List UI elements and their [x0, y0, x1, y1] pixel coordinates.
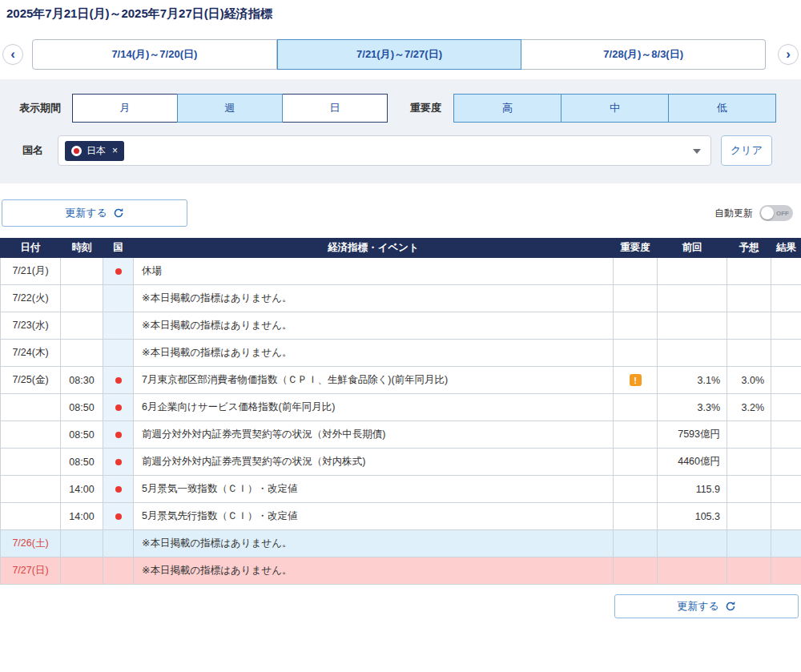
week-tab-current-week[interactable]: 7/21(月)～7/27(日)	[277, 39, 522, 70]
country-cell	[103, 530, 134, 557]
time-cell: 08:50	[61, 449, 103, 476]
event-cell: 6月企業向けサービス価格指数(前年同月比)	[134, 394, 614, 421]
column-header: 重要度	[614, 239, 658, 258]
refresh-icon	[113, 207, 124, 219]
table-row: 14:005月景気先行指数（ＣＩ）・改定値105.3	[1, 503, 801, 530]
forecast-cell	[727, 503, 771, 530]
refresh-button-top[interactable]: 更新する	[2, 199, 187, 227]
time-cell	[61, 557, 103, 585]
country-cell	[103, 449, 134, 476]
country-cell	[103, 285, 134, 312]
filter-row-period-importance: 表示期間 月週日 重要度 高中低	[8, 94, 793, 123]
week-navigation: ‹ 7/14(月)～7/20(日)7/21(月)～7/27(日)7/28(月)～…	[0, 39, 801, 70]
date-cell	[1, 503, 61, 530]
japan-flag-dot	[115, 377, 122, 384]
refresh-button-bottom[interactable]: 更新する	[614, 594, 799, 618]
table-row: 08:506月企業向けサービス価格指数(前年同月比)3.3%3.2%	[1, 394, 801, 421]
table-row: 08:50前週分対外対内証券売買契約等の状況（対外中長期債)7593億円	[1, 421, 801, 449]
previous-cell	[658, 340, 727, 367]
japan-flag-dot	[115, 432, 122, 438]
importance-option-mid[interactable]: 中	[561, 94, 669, 123]
remove-country-icon[interactable]: ×	[112, 146, 118, 155]
event-cell: ※本日掲載の指標はありません。	[134, 312, 614, 340]
column-header: 経済指標・イベント	[134, 239, 614, 258]
event-cell: 休場	[134, 258, 614, 285]
importance-option-high[interactable]: 高	[453, 94, 562, 123]
event-cell: 5月景気一致指数（ＣＩ）・改定値	[134, 476, 614, 503]
time-cell: 14:00	[61, 503, 103, 530]
date-cell: 7/27(日)	[1, 557, 61, 585]
week-tab-prev-week[interactable]: 7/14(月)～7/20(日)	[32, 39, 277, 70]
forecast-cell	[727, 421, 771, 449]
country-cell	[103, 503, 134, 530]
importance-filter-label: 重要度	[410, 101, 453, 115]
period-option-day[interactable]: 日	[282, 94, 388, 123]
column-header: 結果	[771, 239, 801, 258]
country-cell	[103, 421, 134, 449]
time-cell	[61, 258, 103, 285]
time-cell	[61, 530, 103, 557]
result-cell	[771, 476, 801, 503]
table-row: 7/26(土)※本日掲載の指標はありません。	[1, 530, 801, 557]
country-filter-label: 国名	[22, 143, 58, 158]
chevron-right-icon: ›	[786, 46, 791, 62]
country-select[interactable]: 日本 ×	[58, 135, 711, 166]
time-cell: 14:00	[61, 476, 103, 503]
time-cell	[61, 312, 103, 340]
column-header: 日付	[1, 239, 61, 258]
event-cell: 5月景気先行指数（ＣＩ）・改定値	[134, 503, 614, 530]
table-row: 7/21(月)休場	[1, 258, 801, 285]
indicator-table-body: 7/21(月)休場7/22(火)※本日掲載の指標はありません。7/23(水)※本…	[1, 258, 801, 585]
date-cell: 7/24(木)	[1, 340, 61, 367]
date-cell: 7/21(月)	[1, 258, 61, 285]
importance-icon: !	[630, 374, 642, 386]
japan-flag-dot	[115, 404, 122, 411]
table-row: 7/27(日)※本日掲載の指標はありません。	[1, 557, 801, 585]
country-cell	[103, 476, 134, 503]
importance-cell	[614, 503, 658, 530]
result-cell	[771, 557, 801, 585]
importance-cell	[614, 449, 658, 476]
week-tab-next-week[interactable]: 7/28(月)～8/3(日)	[521, 39, 766, 70]
refresh-button-label: 更新する	[677, 599, 719, 614]
previous-cell	[658, 530, 727, 557]
country-tag-japan: 日本 ×	[65, 141, 124, 161]
importance-option-low[interactable]: 低	[668, 94, 776, 123]
period-option-week[interactable]: 週	[177, 94, 283, 123]
forecast-cell	[727, 258, 771, 285]
prev-week-button[interactable]: ‹	[2, 44, 23, 65]
japan-flag-dot	[115, 513, 122, 520]
next-week-button[interactable]: ›	[778, 44, 799, 65]
country-cell	[103, 312, 134, 340]
result-cell	[771, 312, 801, 340]
week-tabs: 7/14(月)～7/20(日)7/21(月)～7/27(日)7/28(月)～8/…	[32, 39, 766, 70]
date-cell	[1, 449, 61, 476]
period-options-group: 月週日	[72, 94, 388, 123]
clear-button[interactable]: クリア	[721, 135, 772, 166]
country-cell	[103, 394, 134, 421]
auto-refresh-toggle[interactable]: OFF	[759, 205, 793, 221]
indicator-table-header-row: 日付時刻国経済指標・イベント重要度前回予想結果	[1, 239, 801, 258]
event-cell: 前週分対外対内証券売買契約等の状況（対外中長期債)	[134, 421, 614, 449]
event-cell: ※本日掲載の指標はありません。	[134, 557, 614, 585]
table-row: 14:005月景気一致指数（ＣＩ）・改定値115.9	[1, 476, 801, 503]
toggle-state-label: OFF	[776, 210, 789, 217]
time-cell	[61, 340, 103, 367]
result-cell	[771, 530, 801, 557]
result-cell	[771, 340, 801, 367]
toggle-knob	[761, 207, 774, 219]
japan-flag-dot	[115, 268, 122, 275]
chevron-left-icon: ‹	[10, 46, 15, 62]
previous-cell: 3.3%	[658, 394, 727, 421]
japan-flag-dot	[115, 459, 122, 465]
period-option-month[interactable]: 月	[72, 94, 178, 123]
refresh-button-label: 更新する	[65, 206, 107, 220]
date-cell	[1, 421, 61, 449]
importance-cell	[614, 312, 658, 340]
forecast-cell	[727, 340, 771, 367]
table-row: 7/24(木)※本日掲載の指標はありません。	[1, 340, 801, 367]
period-filter-label: 表示期間	[19, 101, 72, 115]
importance-cell	[614, 421, 658, 449]
previous-cell: 4460億円	[658, 449, 727, 476]
result-cell	[771, 503, 801, 530]
